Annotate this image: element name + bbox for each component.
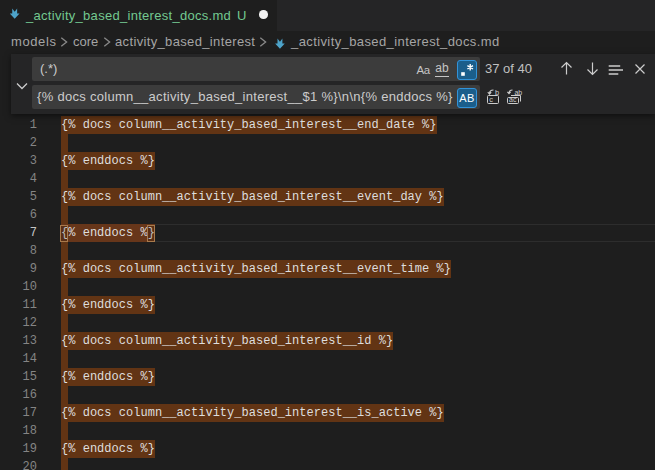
svg-text:c: c [489, 95, 493, 104]
svg-text:ab: ab [514, 89, 522, 96]
svg-text:b: b [495, 88, 499, 97]
svg-text:ac: ac [509, 96, 517, 103]
